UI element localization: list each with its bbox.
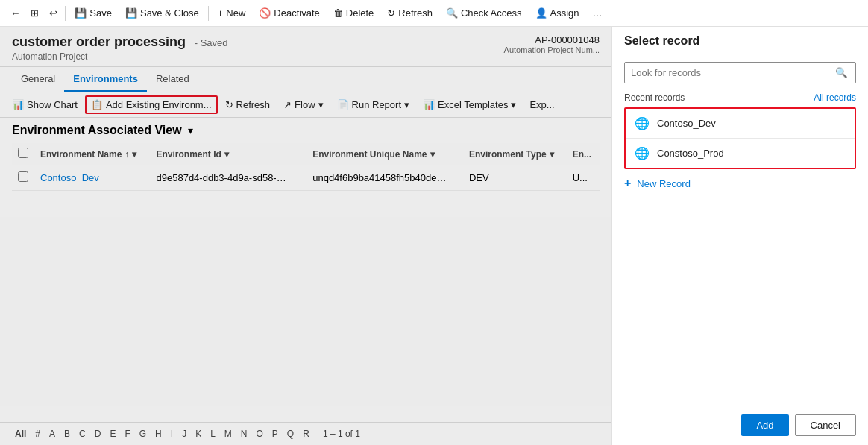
assign-button[interactable]: 👤 Assign [529,4,585,22]
row-env-type: DEV [463,165,567,191]
alpha-item[interactable]: All [12,427,29,441]
sub-refresh-button[interactable]: ↻ Refresh [219,95,277,114]
alpha-item[interactable]: E [107,427,119,441]
env-extra-label: En... [573,149,591,160]
deactivate-label: Deactivate [274,7,319,19]
record-subtitle: Automation Project [12,51,228,62]
view-chevron-icon[interactable]: ▾ [188,124,193,136]
excel-templates-button[interactable]: 📊 Excel Templates ▾ [417,95,522,114]
tab-related[interactable]: Related [147,67,198,92]
save-button[interactable]: 💾 Save [69,4,118,22]
alpha-item[interactable]: F [122,427,133,441]
save-close-button[interactable]: 💾 Save & Close [119,4,205,22]
refresh-button[interactable]: ↻ Refresh [381,4,438,22]
add-existing-button[interactable]: 📋 Add Existing Environm... [85,95,218,114]
sub-refresh-label: Refresh [236,99,271,110]
alpha-item[interactable]: H [152,427,165,441]
table-container: Environment Name ↑ ▾ Environment Id ▾ [0,143,611,422]
flow-button[interactable]: ↗ Flow ▾ [277,95,329,114]
run-report-chevron-icon: ▾ [404,99,409,110]
env-id-value: d9e587d4-ddb3-4d9a-sd58-21... [157,172,291,183]
search-input[interactable] [625,63,828,83]
flow-label: Flow [295,99,315,110]
show-chart-label: Show Chart [27,99,78,110]
deactivate-icon: 🚫 [259,7,271,19]
all-records-link[interactable]: All records [814,92,856,103]
alpha-item[interactable]: # [32,427,43,441]
toolbar-sep-2 [208,6,209,21]
alpha-item[interactable]: I [168,427,176,441]
alpha-item[interactable]: M [221,427,235,441]
check-access-button[interactable]: 🔍 Check Access [440,4,528,22]
excel-chevron-icon: ▾ [511,99,516,110]
panel-title: Select record [624,34,699,47]
save-close-icon: 💾 [125,7,137,19]
alpha-item[interactable]: A [46,427,58,441]
new-record-row[interactable]: + New Record [612,169,868,198]
plus-icon: + [624,177,631,190]
delete-button[interactable]: 🗑 Delete [327,4,380,22]
grid-button[interactable]: ⊞ [26,4,43,22]
alpha-item[interactable]: C [76,427,89,441]
sort-asc-icon[interactable]: ↑ [125,149,129,160]
new-button[interactable]: + New [212,4,252,22]
list-item[interactable]: 🌐 Contoso_Dev [626,109,855,139]
add-existing-label: Add Existing Environm... [106,99,212,110]
record-name: customer order processing [12,34,186,49]
back-button[interactable]: ← [6,4,25,22]
list-item[interactable]: 🌐 Constoso_Prod [626,139,855,168]
select-all-checkbox[interactable] [18,148,28,158]
alpha-item[interactable]: J [179,427,189,441]
env-unique-value: unqd4f6b9ba41458fh5b40de52055... [312,172,447,183]
globe-icon-2: 🌐 [635,146,650,160]
more-button[interactable]: … [587,4,608,22]
tab-environments[interactable]: Environments [64,67,147,92]
recent-records-label: Recent records [624,92,685,103]
alpha-item[interactable]: P [269,427,281,441]
tab-general[interactable]: General [12,67,64,92]
panel-header: Select record [612,27,868,54]
export-button[interactable]: Exp... [523,95,560,114]
excel-icon: 📊 [423,99,435,110]
back-icon: ← [10,7,20,19]
header-check [12,143,34,165]
search-button[interactable]: 🔍 [828,63,855,83]
undo-button[interactable]: ↩ [45,4,62,22]
assign-label: Assign [550,7,579,19]
env-id-filter-icon[interactable]: ▾ [224,149,229,160]
excel-label: Excel Templates [438,99,508,110]
alpha-item[interactable]: R [300,427,312,441]
deactivate-button[interactable]: 🚫 Deactivate [253,4,325,22]
new-label: New [226,7,245,19]
search-box: 🔍 [624,62,856,83]
records-section-header: Recent records All records [612,89,868,107]
run-report-button[interactable]: 📄 Run Report ▾ [331,95,415,114]
run-report-label: Run Report [352,99,401,110]
table-row: Contoso_Dev d9e587d4-ddb3-4d9a-sd58-21..… [12,165,600,191]
alpha-item[interactable]: D [92,427,104,441]
env-name-label: Environment Name [40,149,122,160]
env-unique-filter-icon[interactable]: ▾ [430,149,435,160]
add-button[interactable]: Add [741,414,788,436]
alpha-item[interactable]: O [254,427,266,441]
main-area: customer order processing - Saved Automa… [0,27,868,445]
env-name-link[interactable]: Contoso_Dev [40,172,99,183]
alpha-item[interactable]: K [192,427,204,441]
row-checkbox[interactable] [18,171,28,182]
panel-footer: Add Cancel [612,405,868,445]
sort-filter-icon[interactable]: ▾ [132,149,136,160]
record-header: customer order processing - Saved Automa… [0,27,611,67]
alpha-item[interactable]: G [136,427,149,441]
add-existing-icon: 📋 [91,99,103,110]
alpha-item[interactable]: B [61,427,73,441]
alpha-item[interactable]: Q [284,427,297,441]
run-report-icon: 📄 [337,99,349,110]
alpha-item[interactable]: N [238,427,251,441]
toolbar-sep-1 [65,6,66,21]
show-chart-button[interactable]: 📊 Show Chart [6,95,84,114]
alpha-item[interactable]: L [207,427,218,441]
env-unique-label: Environment Unique Name [312,149,427,160]
cancel-button[interactable]: Cancel [795,414,856,436]
env-type-filter-icon[interactable]: ▾ [550,149,554,160]
record-saved: - Saved [195,37,228,48]
